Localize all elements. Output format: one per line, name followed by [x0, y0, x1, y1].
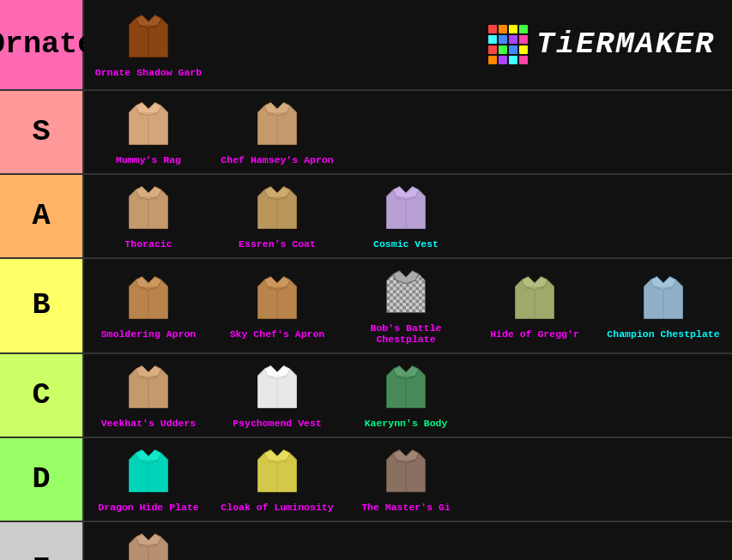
tier-label-f: F [0, 522, 84, 560]
list-item[interactable]: Sky Chef's Apron [213, 268, 342, 344]
list-item[interactable]: Bob's Battle Chestplate [342, 262, 470, 350]
list-item[interactable]: Psychomend Vest [213, 358, 342, 433]
shirt-icon [123, 363, 174, 414]
svg-rect-41 [525, 286, 545, 290]
list-item[interactable]: Veekhat's Udders [84, 358, 213, 433]
header-area: TiERMAKER [213, 3, 732, 86]
svg-rect-73 [139, 544, 159, 547]
shirt-icon [123, 184, 174, 235]
svg-rect-69 [396, 460, 416, 463]
item-label: Sky Chef's Apron [230, 328, 325, 340]
shirt-icon [380, 268, 432, 319]
tier-items-f: Changeling's Chestplate [84, 522, 732, 560]
svg-rect-27 [139, 286, 159, 290]
shirt-icon [380, 184, 432, 235]
tier-items-a: Thoracic Essren's Coat Cosmic Vest [84, 175, 732, 257]
svg-rect-57 [396, 376, 416, 379]
tier-label-a: A [0, 175, 84, 257]
shirt-icon [380, 447, 432, 498]
list-item[interactable]: Mummy's Rag [84, 94, 213, 170]
item-label: Psychomend Vest [233, 418, 322, 430]
tier-label-ornate: Ornate [0, 0, 84, 89]
logo-grid [488, 25, 528, 64]
shirt-icon [251, 447, 303, 498]
shirt-icon [638, 274, 689, 325]
item-label: Chef Hamsey's Apron [221, 154, 333, 166]
item-label: Cloak of Luminosity [221, 502, 333, 514]
item-label: Essren's Coat [239, 238, 316, 250]
svg-rect-7 [139, 112, 159, 116]
list-item[interactable]: The Master's Gi [342, 442, 470, 517]
logo-text: TiERMAKER [536, 27, 715, 62]
list-item[interactable]: Kaerynn's Body [342, 358, 470, 433]
svg-rect-49 [139, 376, 159, 379]
tier-items-ornate: Ornate Shadow Garb TiERMAKER [84, 0, 732, 89]
item-label: Bob's Battle Chestplate [345, 322, 467, 346]
shirt-icon [123, 274, 174, 325]
item-label: Dragon Hide Plate [98, 502, 198, 514]
tier-label-s: S [0, 91, 84, 173]
shirt-icon [251, 274, 303, 325]
item-label: Cosmic Vest [373, 238, 439, 250]
svg-rect-3 [139, 25, 159, 28]
shirt-icon [251, 363, 303, 414]
tier-row-a: A Thoracic Essren's Coat Cosmic Vest [0, 175, 732, 259]
svg-rect-11 [268, 112, 287, 116]
tier-items-d: Dragon Hide Plate Cloak of Luminosity Th… [84, 438, 732, 521]
shirt-icon [123, 531, 174, 560]
item-label: Mummy's Rag [116, 154, 181, 166]
item-label: Thoracic [124, 238, 172, 250]
item-label: Smoldering Apron [101, 328, 197, 340]
svg-rect-31 [268, 286, 287, 290]
list-item[interactable]: Hide of Gregg'r [470, 268, 599, 344]
svg-rect-53 [268, 376, 287, 379]
list-item[interactable]: Dragon Hide Plate [84, 442, 213, 517]
svg-rect-65 [268, 460, 287, 463]
tier-row-s: S Mummy's Rag Chef Hamsey's Apron [0, 91, 732, 175]
tier-row-c: C Veekhat's Udders Psychomend Vest Kaery… [0, 354, 732, 438]
tier-items-c: Veekhat's Udders Psychomend Vest Kaerynn… [84, 354, 732, 437]
shirt-icon [123, 12, 174, 63]
shirt-icon [509, 274, 560, 325]
tier-label-d: D [0, 438, 84, 521]
list-item[interactable]: Champion Chestplate [599, 268, 728, 344]
item-label: Ornate Shadow Garb [95, 67, 202, 79]
svg-rect-23 [396, 196, 416, 200]
list-item[interactable]: Smoldering Apron [84, 268, 213, 344]
item-label: Veekhat's Udders [101, 418, 197, 430]
list-item[interactable]: Thoracic [84, 178, 213, 254]
item-label: Champion Chestplate [607, 328, 719, 340]
svg-rect-15 [139, 196, 159, 200]
list-item[interactable]: Cloak of Luminosity [213, 442, 342, 517]
tier-row-b: B Smoldering Apron Sky Chef's Apron [0, 259, 732, 355]
list-item[interactable]: Essren's Coat [213, 178, 342, 254]
shirt-icon [251, 99, 303, 151]
tier-items-s: Mummy's Rag Chef Hamsey's Apron [84, 91, 732, 173]
item-label: Kaerynn's Body [365, 418, 448, 430]
shirt-icon [123, 99, 174, 151]
item-label: Hide of Gregg'r [490, 328, 579, 340]
shirt-icon [380, 363, 432, 414]
tiermaker-logo: TiERMAKER [488, 25, 715, 64]
tier-row-ornate: Ornate Ornate Shadow Garb TiERMAKER [0, 0, 732, 91]
tier-items-b: Smoldering Apron Sky Chef's Apron Bob's … [84, 259, 732, 353]
svg-rect-19 [268, 196, 287, 200]
list-item[interactable]: Cosmic Vest [342, 178, 470, 254]
list-item[interactable]: Ornate Shadow Garb [84, 7, 213, 82]
tier-label-c: C [0, 354, 84, 437]
shirt-icon [123, 447, 174, 498]
svg-rect-45 [654, 286, 674, 290]
item-label: The Master's Gi [361, 502, 451, 514]
tier-row-d: D Dragon Hide Plate Cloak of Luminosity … [0, 438, 732, 522]
svg-rect-61 [139, 460, 159, 463]
list-item[interactable]: Changeling's Chestplate [84, 526, 213, 560]
list-item[interactable]: Chef Hamsey's Apron [213, 94, 342, 170]
tier-label-b: B [0, 259, 84, 353]
tier-row-f: F Changeling's Chestplate [0, 522, 732, 560]
shirt-icon [251, 184, 303, 235]
